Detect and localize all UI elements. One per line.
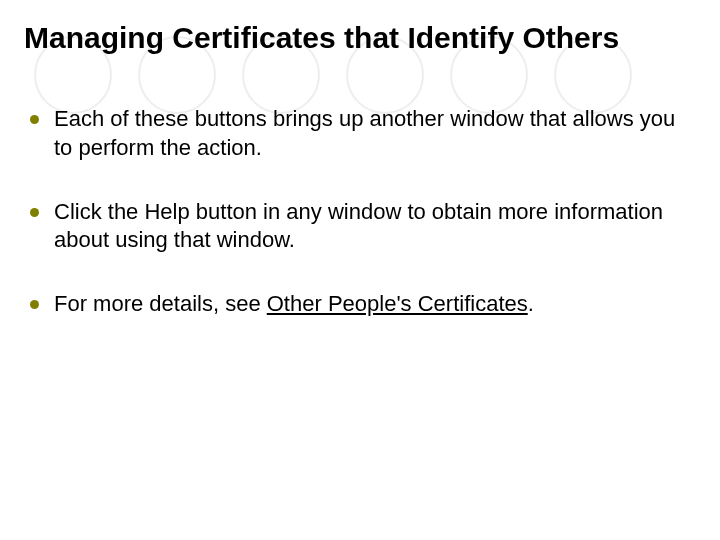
link-other-peoples-certificates[interactable]: Other People's Certificates	[267, 291, 528, 316]
bullet-prefix: For more details, see	[54, 291, 267, 316]
bullet-item: Click the Help button in any window to o…	[24, 198, 676, 254]
slide-title: Managing Certificates that Identify Othe…	[24, 20, 676, 55]
bullet-text: Click the Help button in any window to o…	[54, 199, 663, 252]
slide-content: Managing Certificates that Identify Othe…	[0, 0, 720, 318]
bullet-item: For more details, see Other People's Cer…	[24, 290, 676, 318]
bullet-item: Each of these buttons brings up another …	[24, 105, 676, 161]
bullet-suffix: .	[528, 291, 534, 316]
bullet-list: Each of these buttons brings up another …	[24, 105, 676, 318]
bullet-text: Each of these buttons brings up another …	[54, 106, 675, 159]
